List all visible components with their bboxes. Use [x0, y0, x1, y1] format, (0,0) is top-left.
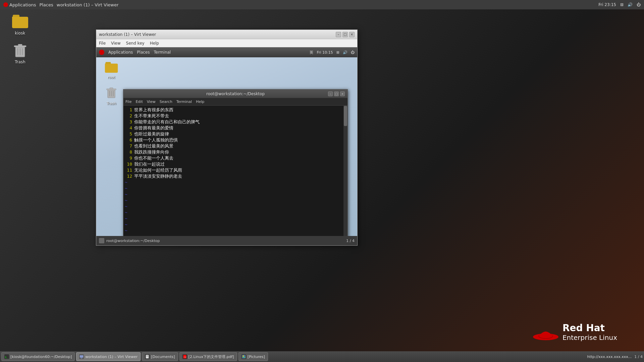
terminal-line: 6触摸一个人孤独的恐惧 [123, 137, 347, 143]
inner-places[interactable]: Places [137, 50, 150, 55]
inner-trash-label: Trash [106, 101, 116, 106]
redhat-name: Red Hat [562, 322, 617, 334]
inner-network-icon: ⊞ [336, 50, 339, 55]
virt-terminal-label: root@workstation:~/Desktop [106, 239, 160, 243]
inner-icon-trash[interactable]: Trash [100, 86, 123, 106]
line-number: 11 [125, 167, 134, 173]
redhat-logo: Red Hat Enterprise Linux [532, 322, 617, 342]
desktop: Applications Places workstation (1) – Vi… [0, 0, 644, 362]
tilde-line: ~ [123, 228, 347, 234]
inner-redhat-icon [99, 50, 104, 55]
pictures-icon [241, 354, 246, 359]
close-button[interactable]: × [349, 32, 355, 37]
terminal-content[interactable]: 1世界上有很多的东西2生不带来死不带去3你能带走的只有自己和自己的脾气4你曾拥有… [123, 106, 347, 236]
root-folder-icon [103, 61, 119, 74]
taskbar-item-documents[interactable]: [Documents] [142, 352, 178, 361]
tilde-line: ~ [123, 209, 347, 216]
taskbar-item-pdf[interactable]: PDF [2.Linux下的文件管理.pdf] [179, 352, 237, 361]
svg-rect-18 [80, 355, 84, 358]
virt-menu-view[interactable]: View [111, 41, 120, 46]
taskbar-item-pictures[interactable]: [Pictures] [238, 352, 268, 361]
terminal-menu-help[interactable]: Help [196, 100, 204, 104]
svg-rect-19 [81, 358, 83, 359]
terminal-close[interactable]: × [340, 92, 345, 96]
tilde-line: ~ [123, 185, 347, 191]
inner-panel-right: 英 Fri 10:15 ⊞ 🔊 ⏻ [310, 50, 355, 55]
tilde-line: ~ [123, 222, 347, 228]
tilde-line: ~ [123, 203, 347, 209]
terminal-line: 3你能带走的只有自己和自己的脾气 [123, 119, 347, 125]
taskbar-kiosk-label: [kiosk@foundation60:~/Desktop] [10, 355, 72, 359]
line-content: 平平淡淡安安静静的老去 [134, 173, 182, 179]
minimize-button[interactable]: – [336, 32, 341, 37]
terminal-maximize[interactable]: □ [334, 92, 339, 96]
taskbar-pictures-label: [Pictures] [248, 355, 265, 359]
line-content: 你也不能一个人离去 [134, 155, 173, 161]
terminal-menu-file[interactable]: File [125, 100, 131, 104]
terminal-window: root@workstation:~/Desktop – □ × File Ed… [123, 89, 348, 236]
tilde-line: ~ [123, 191, 347, 197]
terminal-line: 7也看到过最美的风景 [123, 143, 347, 149]
line-number: 7 [125, 143, 134, 149]
terminal-menu-terminal[interactable]: Terminal [176, 100, 192, 104]
desktop-icon-trash[interactable]: Trash [7, 42, 34, 64]
virt-menu-help[interactable]: Help [150, 41, 159, 46]
taskbar-item-kiosk[interactable]: $_ [kiosk@foundation60:~/Desktop] [1, 352, 75, 361]
taskbar-right: http://xxx.xxx.xxx.xxx... 1 / 4 [587, 355, 643, 359]
inner-power-icon: ⏻ [351, 50, 355, 55]
terminal-menu-edit[interactable]: Edit [136, 100, 143, 104]
taskbar-pdf-label: [2.Linux下的文件管理.pdf] [189, 354, 234, 359]
inner-applications[interactable]: Applications [108, 50, 133, 55]
virt-menubar: File View Send key Help [96, 39, 357, 47]
trash-label: Trash [15, 60, 25, 64]
terminal-menu-search[interactable]: Search [160, 100, 172, 104]
top-bar-applications[interactable]: Applications [3, 2, 36, 7]
network-icon: ⊞ [620, 2, 624, 7]
terminal-line: 4你曾拥有最美的爱情 [123, 125, 347, 131]
terminal-scrollbar[interactable] [343, 106, 347, 236]
line-number: 9 [125, 155, 134, 161]
top-bar: Applications Places workstation (1) – Vi… [0, 0, 644, 9]
terminal-line: 9你也不能一个人离去 [123, 155, 347, 161]
virt-viewer-window: workstation (1) – Virt Viewer – □ × File… [96, 29, 358, 246]
top-bar-window-title: workstation (1) – Virt Viewer [57, 2, 119, 7]
terminal-lines: 1世界上有很多的东西2生不带来死不带去3你能带走的只有自己和自己的脾气4你曾拥有… [123, 107, 347, 179]
svg-text:PDF: PDF [183, 356, 186, 358]
virt-viewer-icon [79, 354, 84, 359]
taskbar-item-virtviewer[interactable]: workstation (1) – Virt Viewer [76, 352, 141, 361]
line-number: 12 [125, 173, 134, 179]
desktop-icon-kiosk[interactable]: kiosk [7, 13, 34, 36]
line-content: 触摸一个人孤独的恐惧 [134, 137, 178, 143]
terminal-taskbar-icon [99, 238, 104, 243]
terminal-line: 12平平淡淡安安静静的老去 [123, 173, 347, 179]
trash-icon [12, 42, 28, 58]
top-bar-places[interactable]: Places [39, 2, 53, 7]
terminal-line: 2生不带来死不带去 [123, 113, 347, 119]
terminal-minimize[interactable]: – [328, 92, 333, 96]
terminal-titlebar: root@workstation:~/Desktop – □ × [123, 89, 347, 98]
virt-pager: 1 / 4 [346, 239, 355, 243]
taskbar-url: http://xxx.xxx.xxx.xxx... [587, 355, 632, 359]
svg-rect-11 [110, 88, 113, 89]
taskbar-virtviewer-label: workstation (1) – Virt Viewer [85, 355, 138, 359]
terminal-menu-view[interactable]: View [147, 100, 156, 104]
bottom-taskbar: $_ [kiosk@foundation60:~/Desktop] workst… [0, 351, 644, 362]
redhat-dot-icon [3, 2, 8, 7]
tilde-line: ~ [123, 234, 347, 236]
terminal-title: root@workstation:~/Desktop [143, 92, 328, 96]
inner-icon-root[interactable]: root [100, 61, 123, 79]
inner-terminal[interactable]: Terminal [154, 50, 171, 55]
maximize-button[interactable]: □ [342, 32, 348, 37]
terminal-scrollbar-thumb[interactable] [344, 106, 347, 126]
tilde-line: ~ [123, 197, 347, 203]
redhat-text: Red Hat Enterprise Linux [562, 322, 617, 342]
virt-menu-file[interactable]: File [99, 41, 106, 46]
line-number: 6 [125, 137, 134, 143]
virt-menu-sendkey[interactable]: Send key [126, 41, 145, 46]
terminal-menubar: File Edit View Search Terminal Help [123, 98, 347, 106]
svg-text:$_: $_ [5, 356, 8, 359]
line-content: 无论如何一起经历了风雨 [134, 167, 182, 173]
terminal-line: 8我跌跌撞撞奔向你 [123, 149, 347, 155]
line-content: 我跌跌撞撞奔向你 [134, 149, 169, 155]
line-number: 4 [125, 125, 134, 131]
